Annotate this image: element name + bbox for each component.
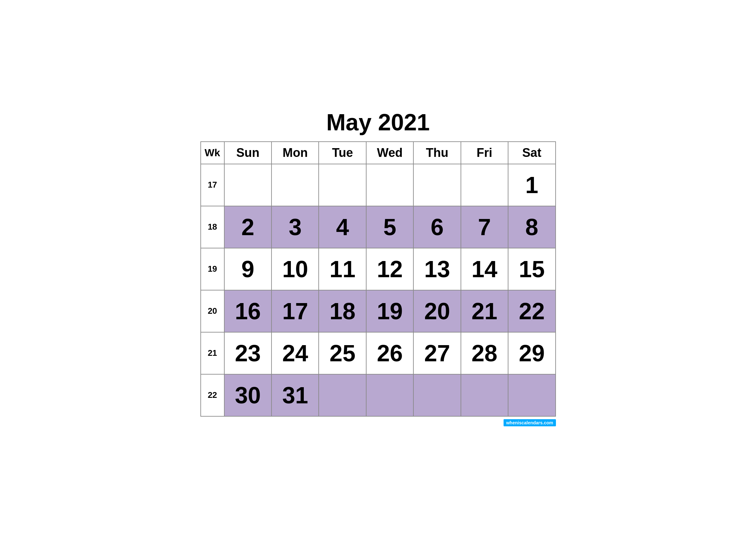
day-cell	[224, 164, 272, 206]
day-cell: 6	[413, 206, 461, 248]
day-cell: 1	[508, 164, 555, 206]
day-cell: 5	[366, 206, 413, 248]
header-row: Wk Sun Mon Tue Wed Thu Fri Sat	[201, 142, 555, 164]
table-row: 199101112131415	[201, 248, 555, 290]
table-row: 2123242526272829	[201, 332, 555, 374]
footer-area: wheniscalendars.com	[201, 419, 556, 426]
day-cell	[366, 164, 413, 206]
table-row: 2016171819202122	[201, 290, 555, 332]
table-row: 223031	[201, 374, 555, 416]
day-cell	[319, 164, 366, 206]
calendar-table: Wk Sun Mon Tue Wed Thu Fri Sat 171182345…	[201, 141, 556, 417]
day-cell: 9	[224, 248, 272, 290]
day-cell: 3	[272, 206, 319, 248]
day-cell: 12	[366, 248, 413, 290]
header-thu: Thu	[413, 142, 461, 164]
day-cell: 25	[319, 332, 366, 374]
day-cell: 4	[319, 206, 366, 248]
footer-badge[interactable]: wheniscalendars.com	[503, 419, 556, 426]
day-cell: 8	[508, 206, 555, 248]
week-number: 21	[201, 332, 224, 374]
day-cell: 24	[272, 332, 319, 374]
footer-text: wheniscalendars.com	[506, 420, 554, 425]
day-cell: 17	[272, 290, 319, 332]
week-number: 18	[201, 206, 224, 248]
day-cell: 28	[461, 332, 508, 374]
week-number: 19	[201, 248, 224, 290]
week-number: 22	[201, 374, 224, 416]
header-wed: Wed	[366, 142, 413, 164]
day-cell	[272, 164, 319, 206]
table-row: 182345678	[201, 206, 555, 248]
day-cell: 7	[461, 206, 508, 248]
day-cell: 29	[508, 332, 555, 374]
day-cell	[461, 164, 508, 206]
day-cell: 13	[413, 248, 461, 290]
calendar-title: May 2021	[201, 109, 556, 135]
header-wk: Wk	[201, 142, 224, 164]
header-sat: Sat	[508, 142, 555, 164]
day-cell	[319, 374, 366, 416]
day-cell: 26	[366, 332, 413, 374]
day-cell	[413, 164, 461, 206]
day-cell: 19	[366, 290, 413, 332]
day-cell	[413, 374, 461, 416]
week-number: 20	[201, 290, 224, 332]
calendar-container: May 2021 Wk Sun Mon Tue Wed Thu Fri Sat …	[201, 109, 556, 417]
day-cell: 11	[319, 248, 366, 290]
day-cell	[366, 374, 413, 416]
table-row: 171	[201, 164, 555, 206]
day-cell: 14	[461, 248, 508, 290]
day-cell: 16	[224, 290, 272, 332]
header-mon: Mon	[272, 142, 319, 164]
day-cell: 10	[272, 248, 319, 290]
day-cell: 22	[508, 290, 555, 332]
day-cell: 31	[272, 374, 319, 416]
header-tue: Tue	[319, 142, 366, 164]
day-cell: 2	[224, 206, 272, 248]
day-cell: 18	[319, 290, 366, 332]
week-number: 17	[201, 164, 224, 206]
day-cell: 23	[224, 332, 272, 374]
day-cell: 20	[413, 290, 461, 332]
day-cell: 30	[224, 374, 272, 416]
day-cell: 27	[413, 332, 461, 374]
day-cell	[461, 374, 508, 416]
day-cell	[508, 374, 555, 416]
header-sun: Sun	[224, 142, 272, 164]
day-cell: 21	[461, 290, 508, 332]
header-fri: Fri	[461, 142, 508, 164]
day-cell: 15	[508, 248, 555, 290]
